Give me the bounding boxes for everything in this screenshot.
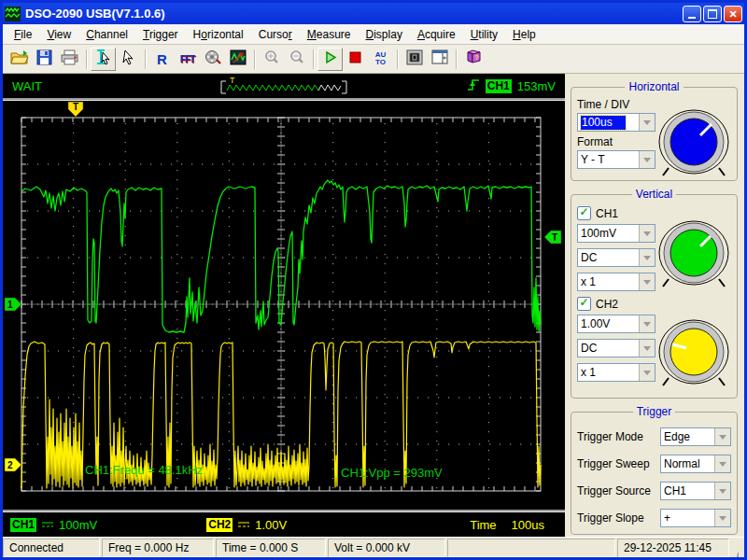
waveform-icon <box>230 49 247 69</box>
menu-trigger[interactable]: Trigger <box>135 25 186 44</box>
svg-text:?: ? <box>474 53 479 62</box>
trigger-source-select[interactable]: CH1 <box>660 482 731 500</box>
ch2-coupling-select[interactable]: DC <box>577 339 655 357</box>
chevron-down-icon[interactable] <box>714 510 730 526</box>
toolbar: R FFT AUTO ? <box>3 45 744 74</box>
display-mode-button[interactable] <box>402 48 427 71</box>
menu-view[interactable]: View <box>39 25 78 44</box>
trigger-slope-select[interactable]: + <box>660 509 731 527</box>
ch1-probe-select[interactable]: x 1 <box>577 273 655 291</box>
cursor-measure-icon <box>95 49 112 69</box>
trigger-source-label: Trigger Source <box>577 484 660 497</box>
trigger-sweep-select[interactable]: Normal <box>660 455 731 473</box>
datetime-display: 29-12-2025 11:45 <box>617 539 729 557</box>
toolbar-separator <box>456 49 457 69</box>
vertical-group-title: Vertical <box>632 188 676 201</box>
zoom-in-button[interactable] <box>259 48 284 71</box>
horizontal-knob[interactable] <box>656 108 731 182</box>
resize-grip[interactable] <box>731 539 744 557</box>
trigger-level-marker[interactable]: T <box>544 231 561 244</box>
waveform-button[interactable] <box>225 48 250 71</box>
toolbar-separator <box>145 49 146 69</box>
trigger-pos-t-label: T <box>230 76 235 85</box>
ch1-reference-marker[interactable]: 1 <box>5 298 21 311</box>
record-button[interactable] <box>200 48 225 71</box>
zoom-out-button[interactable] <box>284 48 309 71</box>
window-title: DSO-2090 USB(V7.1.0.6) <box>25 7 165 21</box>
status-bar: Connected Freq = 0.000 Hz Time = 0.000 S… <box>3 537 744 557</box>
minimize-button[interactable] <box>683 6 701 22</box>
chevron-down-icon[interactable] <box>714 428 730 445</box>
display-mode-icon <box>406 49 423 69</box>
chevron-down-icon[interactable] <box>639 225 655 242</box>
chevron-down-icon[interactable] <box>639 273 655 290</box>
chevron-down-icon[interactable] <box>639 315 655 332</box>
open-button[interactable] <box>7 48 32 71</box>
ch1-checkbox[interactable]: ✓ <box>577 206 591 220</box>
menu-file[interactable]: File <box>7 25 39 44</box>
freq-readout: Freq = 0.000 Hz <box>102 539 214 557</box>
chevron-down-icon[interactable] <box>639 340 655 357</box>
app-window: DSO-2090 USB(V7.1.0.6) ✕ FileViewChannel… <box>0 0 747 560</box>
toolbar-separator <box>313 49 314 69</box>
print-button[interactable] <box>57 48 82 71</box>
ch2-coupling-icon <box>237 518 250 532</box>
volt-readout: Volt = 0.000 kV <box>328 539 445 557</box>
refresh-button[interactable]: R <box>149 48 175 71</box>
ch2-probe-select[interactable]: x 1 <box>577 363 655 382</box>
svg-text:T: T <box>552 232 557 243</box>
format-select[interactable]: Y - T <box>577 150 655 169</box>
fft-button[interactable]: FFT <box>175 48 200 71</box>
trigger-sweep-label: Trigger Sweep <box>577 457 660 470</box>
save-icon <box>36 49 52 69</box>
menu-display[interactable]: Display <box>359 25 410 44</box>
auto-button[interactable]: AUTO <box>368 48 393 71</box>
control-panel: Horizontal Time / DIV 100us Format Y - T <box>565 74 744 537</box>
trigger-position-indicator[interactable]: T <box>214 76 354 101</box>
trigger-level-value: 153mV <box>517 79 556 93</box>
stop-button[interactable] <box>343 48 368 71</box>
menu-bar: FileViewChannelTriggerHorizontalCursorMe… <box>3 24 744 45</box>
save-button[interactable] <box>32 48 57 71</box>
refresh-icon: R <box>157 51 167 67</box>
trigger-group: Trigger Trigger Mode Edge Trigger Sweep … <box>571 405 738 535</box>
stop-icon <box>349 50 361 67</box>
panel-toggle-button[interactable] <box>427 48 452 71</box>
ch1-coupling-icon <box>41 518 54 532</box>
waveform-display[interactable]: TT12 CH1:Frequ = 48.1kHz CH1:Vpp = 293mV <box>3 101 565 510</box>
trigger-position-marker[interactable]: T <box>68 102 83 117</box>
menu-channel[interactable]: Channel <box>78 25 135 44</box>
chevron-down-icon[interactable] <box>639 364 655 381</box>
maximize-button[interactable] <box>703 6 722 22</box>
chevron-down-icon[interactable] <box>639 151 655 168</box>
cursor-measure-button[interactable] <box>91 48 116 71</box>
menu-help[interactable]: Help <box>505 25 543 44</box>
ch1-knob[interactable] <box>656 219 731 293</box>
menu-horizontal[interactable]: Horizontal <box>186 25 251 44</box>
ch2-scale-select[interactable]: 1.00V <box>577 315 655 333</box>
ch1-coupling-select[interactable]: DC <box>577 248 655 267</box>
measurement-freq: CH1:Frequ = 48.1kHz <box>85 463 203 477</box>
print-icon <box>61 49 78 69</box>
ch2-checkbox[interactable]: ✓ <box>577 297 591 311</box>
menu-cursor[interactable]: Cursor <box>251 25 300 44</box>
help-button[interactable]: ? <box>460 48 486 71</box>
menu-utility[interactable]: Utility <box>463 25 505 44</box>
chevron-down-icon[interactable] <box>714 483 730 499</box>
time-div-select[interactable]: 100us <box>577 113 655 132</box>
chevron-down-icon[interactable] <box>639 114 655 131</box>
menu-measure[interactable]: Measure <box>300 25 359 44</box>
menu-acquire[interactable]: Acquire <box>410 25 463 44</box>
chevron-down-icon[interactable] <box>639 249 655 266</box>
trigger-mode-select[interactable]: Edge <box>660 427 731 446</box>
horizontal-group: Horizontal Time / DIV 100us Format Y - T <box>571 80 738 181</box>
close-button[interactable]: ✕ <box>724 6 742 22</box>
fft-icon: FFT <box>180 54 194 64</box>
ch2-reference-marker[interactable]: 2 <box>5 458 21 471</box>
ch1-scale-select[interactable]: 100mV <box>577 224 655 243</box>
start-button[interactable] <box>317 48 343 71</box>
play-icon <box>324 50 337 68</box>
ch2-knob[interactable] <box>656 318 731 392</box>
pointer-button[interactable] <box>116 48 141 71</box>
chevron-down-icon[interactable] <box>714 455 730 472</box>
